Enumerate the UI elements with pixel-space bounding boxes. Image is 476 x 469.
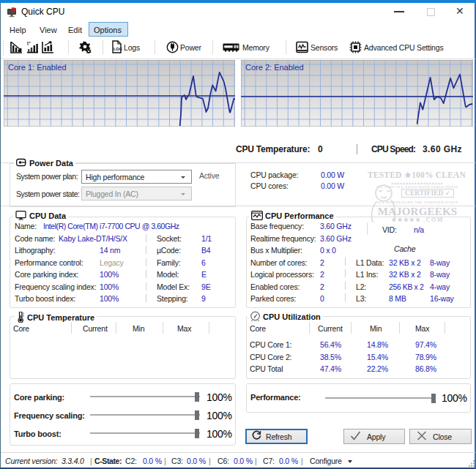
svg-text:LOG: LOG (114, 47, 122, 51)
